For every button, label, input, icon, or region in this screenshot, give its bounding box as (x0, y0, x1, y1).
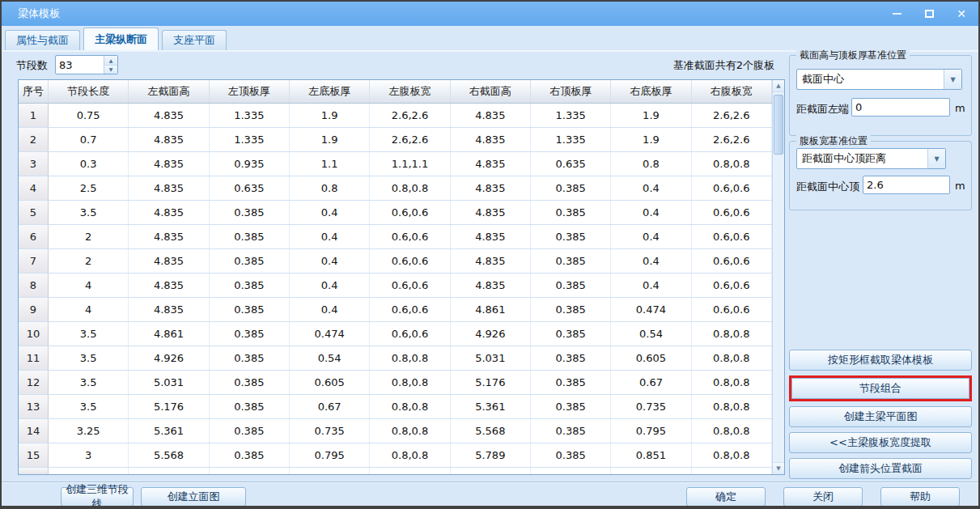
column-header-0[interactable]: 序号 (19, 80, 49, 103)
scroll-up-icon[interactable]: ▲ (773, 80, 784, 92)
table-cell[interactable]: 0.385 (531, 176, 611, 200)
table-cell[interactable]: 2 (49, 249, 129, 273)
table-cell[interactable]: 0.795 (290, 443, 370, 467)
table-cell[interactable]: 0.385 (210, 443, 290, 467)
table-cell[interactable]: 0.385 (531, 298, 611, 321)
ok-button[interactable]: 确定 (686, 487, 766, 507)
table-cell[interactable]: 0.4 (290, 225, 370, 248)
table-cell[interactable]: 0.935 (210, 152, 290, 176)
table-cell[interactable]: 4.861 (129, 322, 209, 346)
table-cell[interactable]: 3.5 (49, 322, 129, 346)
table-cell[interactable]: 0.385 (210, 201, 290, 224)
table-cell[interactable]: 4.835 (129, 104, 209, 127)
table-cell[interactable]: 0.6,0.6 (692, 176, 772, 200)
segment-count-input[interactable] (56, 56, 104, 74)
close-button[interactable]: 关闭 (783, 487, 863, 507)
table-cell[interactable]: 4.835 (451, 201, 531, 224)
table-cell[interactable]: 4.835 (451, 176, 531, 200)
column-header-9[interactable]: 右腹板宽 (692, 80, 772, 103)
table-cell[interactable]: 0.8,0.8 (370, 395, 450, 418)
table-cell[interactable]: 1.9 (290, 104, 370, 127)
table-cell[interactable]: 5.031 (129, 371, 209, 394)
table-cell[interactable]: 1.335 (531, 128, 611, 151)
help-button[interactable]: 帮助 (880, 487, 960, 507)
minimize-button[interactable] (886, 5, 907, 23)
table-cell[interactable]: 0.385 (531, 419, 611, 443)
table-cell[interactable]: 0.4 (290, 201, 370, 224)
table-cell[interactable]: 0.6,0.6 (370, 225, 450, 248)
table-cell[interactable]: 5.789 (451, 443, 531, 467)
table-cell[interactable]: 0.8 (290, 176, 370, 200)
table-cell[interactable]: 0.474 (290, 322, 370, 346)
table-cell[interactable]: 5.361 (129, 419, 209, 443)
tab-properties-and-section[interactable]: 属性与截面 (5, 30, 80, 50)
table-cell[interactable]: 0.385 (210, 322, 290, 346)
table-cell[interactable]: 2.5 (49, 176, 129, 200)
table-cell[interactable]: 0.474 (611, 298, 691, 321)
table-cell[interactable]: 0.8,0.8 (370, 176, 450, 200)
table-cell[interactable]: 0.385 (531, 371, 611, 394)
table-cell[interactable]: 3 (49, 443, 129, 467)
table-cell[interactable]: 0.4 (611, 225, 691, 248)
column-header-4[interactable]: 左底板厚 (290, 80, 370, 103)
scroll-down-icon[interactable]: ▼ (773, 462, 784, 474)
table-cell[interactable]: 5.176 (129, 395, 209, 418)
table-cell[interactable]: 0.385 (210, 395, 290, 418)
table-cell[interactable]: 4.835 (451, 128, 531, 151)
table-cell[interactable]: 0.4 (290, 298, 370, 321)
table-cell[interactable]: 0.4 (290, 249, 370, 273)
table-cell[interactable]: 1.335 (210, 128, 290, 151)
column-header-6[interactable]: 右截面高 (451, 80, 531, 103)
table-cell[interactable]: 5.031 (451, 346, 531, 370)
table-cell[interactable]: 0.4 (611, 176, 691, 200)
table-cell[interactable]: 4.835 (451, 274, 531, 297)
table-cell[interactable]: 4.835 (129, 225, 209, 248)
row-number[interactable]: 9 (19, 298, 49, 321)
table-cell[interactable]: 0.6,0.6 (370, 322, 450, 346)
table-cell[interactable]: 0.6,0.6 (370, 201, 450, 224)
scrollbar-thumb[interactable] (774, 95, 783, 155)
row-number[interactable]: 2 (19, 128, 49, 151)
chevron-down-icon[interactable]: ▼ (944, 70, 961, 89)
extract-web-width-button[interactable]: <<主梁腹板宽度提取 (789, 432, 972, 453)
table-cell[interactable]: 5.361 (451, 395, 531, 418)
web-width-ref-combobox[interactable]: 距截面中心顶距离 ▼ (796, 148, 946, 169)
row-number[interactable]: 5 (19, 201, 49, 224)
table-cell[interactable]: 0.6,0.6 (692, 225, 772, 248)
table-cell[interactable]: 0.8,0.8 (692, 443, 772, 467)
column-header-2[interactable]: 左截面高 (129, 80, 209, 103)
table-cell[interactable]: 5.568 (451, 419, 531, 443)
table-cell[interactable]: 0.67 (290, 395, 370, 418)
table-cell[interactable]: 4.835 (129, 128, 209, 151)
table-cell[interactable]: 0.6,0.6 (692, 249, 772, 273)
table-cell[interactable]: 0.6,0.6 (692, 201, 772, 224)
table-cell[interactable]: 0.6,0.6 (692, 298, 772, 321)
table-cell[interactable]: 4 (49, 298, 129, 321)
table-cell[interactable]: 0.4 (611, 201, 691, 224)
table-cell[interactable]: 0.385 (210, 274, 290, 297)
table-cell[interactable]: 1.9 (611, 104, 691, 127)
column-header-3[interactable]: 左顶板厚 (210, 80, 290, 103)
tab-support-plane[interactable]: 支座平面 (162, 30, 227, 50)
table-cell[interactable]: 3.5 (49, 371, 129, 394)
table-cell[interactable]: 0.605 (290, 371, 370, 394)
close-button[interactable]: ✕ (951, 5, 972, 23)
table-cell[interactable]: 0.385 (531, 395, 611, 418)
table-cell[interactable]: 0.385 (210, 225, 290, 248)
table-cell[interactable]: 2.6,2.6 (370, 104, 450, 127)
table-cell[interactable]: 0.8,0.8 (692, 419, 772, 443)
table-cell[interactable]: 0.8,0.8 (370, 443, 450, 467)
table-cell[interactable]: 4.835 (451, 225, 531, 248)
table-cell[interactable]: 0.7 (49, 128, 129, 151)
table-cell[interactable]: 0.6,0.6 (370, 274, 450, 297)
table-cell[interactable]: 0.635 (531, 152, 611, 176)
create-main-girder-plan-button[interactable]: 创建主梁平面图 (789, 406, 972, 427)
row-number[interactable]: 8 (19, 274, 49, 297)
table-cell[interactable]: 4.835 (129, 274, 209, 297)
column-header-5[interactable]: 左腹板宽 (370, 80, 450, 103)
segment-combine-button[interactable]: 节段组合 (791, 378, 969, 399)
table-cell[interactable]: 4.835 (129, 298, 209, 321)
row-number[interactable]: 12 (19, 371, 49, 394)
table-cell[interactable]: 2.6,2.6 (692, 128, 772, 151)
create-3d-segment-line-button[interactable]: 创建三维节段线 (61, 487, 134, 507)
